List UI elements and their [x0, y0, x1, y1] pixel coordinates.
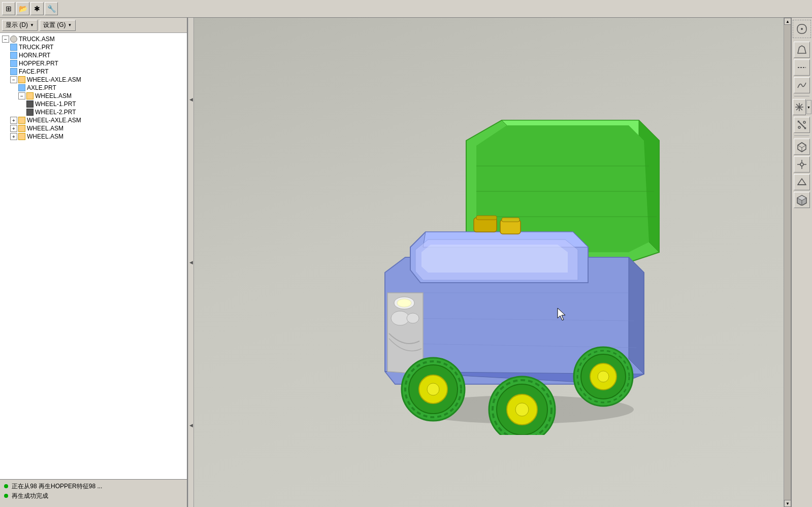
- hopper-prt-label: HOPPER.PRT: [19, 60, 58, 67]
- tree-item-face-prt[interactable]: FACE.PRT: [0, 67, 187, 76]
- svg-point-36: [798, 126, 800, 128]
- tree-item-axle-prt[interactable]: AXLE.PRT: [0, 84, 187, 92]
- asm-icon: [18, 117, 25, 124]
- toolbar-grid-btn[interactable]: ⊞: [2, 2, 15, 15]
- expand-icon[interactable]: +: [10, 133, 17, 140]
- tree-item-wheel-asm-3[interactable]: + WHEEL.ASM: [0, 132, 187, 141]
- wheel-asm-3-label: WHEEL.ASM: [27, 133, 63, 140]
- snap-rotate-icon: [795, 22, 809, 36]
- expand-icon[interactable]: −: [2, 36, 9, 43]
- origin-btn[interactable]: [794, 156, 810, 173]
- toolbar-folder-btn[interactable]: 📂: [16, 2, 29, 15]
- expand-icon[interactable]: −: [10, 76, 17, 83]
- wheel2-prt-label: WHEEL-2.PRT: [35, 109, 76, 116]
- part-icon: [18, 84, 25, 91]
- svg-point-26: [801, 28, 803, 30]
- svg-point-41: [800, 163, 803, 166]
- asm-icon: [18, 133, 25, 140]
- tree-item-wheel1-prt[interactable]: WHEEL-1.PRT: [0, 100, 187, 108]
- right-divider-2: [794, 136, 809, 136]
- right-divider-1: [794, 96, 809, 96]
- tree-item-truck-asm[interactable]: − TRUCK.ASM: [0, 35, 187, 43]
- cut-btn[interactable]: [794, 117, 810, 133]
- tree-item-hopper-prt[interactable]: HOPPER.PRT: [0, 59, 187, 67]
- tree-item-wheel2-prt[interactable]: WHEEL-2.PRT: [0, 108, 187, 116]
- asm-icon: [18, 125, 25, 132]
- part-dark-icon: [26, 100, 34, 108]
- status-text-1: 正在从98 再生HOPPER特征98 ...: [12, 483, 102, 490]
- svg-point-23: [515, 403, 529, 416]
- asm-root-circle-icon: [10, 36, 17, 43]
- viewport[interactable]: ▲ ▼: [194, 18, 791, 507]
- right-toolbar: ▼: [791, 18, 812, 507]
- svg-point-18: [598, 371, 609, 382]
- constraint-btn[interactable]: [793, 99, 806, 115]
- display-dropdown[interactable]: 显示 (D) ▼: [2, 20, 38, 31]
- svg-marker-39: [798, 143, 806, 148]
- horn-prt-label: HORN.PRT: [19, 52, 50, 59]
- left-toolbar: 显示 (D) ▼ 设置 (G) ▼: [0, 18, 187, 33]
- face-prt-label: FACE.PRT: [19, 68, 48, 75]
- expand-icon[interactable]: −: [18, 92, 25, 99]
- settings-arrow-icon: ▼: [68, 23, 72, 27]
- left-panel: 显示 (D) ▼ 设置 (G) ▼ − TRUCK.ASM TRUCK.PRT: [0, 18, 188, 507]
- toolbar-star-btn[interactable]: ✱: [30, 2, 44, 15]
- scroll-track[interactable]: [784, 25, 791, 500]
- splitter[interactable]: ◀ ◀ ◀: [188, 18, 194, 507]
- curve-btn[interactable]: [794, 77, 810, 93]
- splitter-arrow-3: ◀: [189, 423, 193, 428]
- tree-item-wheel-asm-1[interactable]: − WHEEL.ASM: [0, 92, 187, 100]
- tree-item-wheel-axle-asm-1[interactable]: − WHEEL-AXLE.ASM: [0, 76, 187, 84]
- status-bar: 正在从98 再生HOPPER特征98 ... 再生成功完成: [0, 479, 187, 507]
- svg-point-13: [427, 383, 439, 395]
- scroll-up-btn[interactable]: ▲: [784, 18, 791, 25]
- wheel-asm-1-label: WHEEL.ASM: [35, 92, 72, 99]
- wheel-front-left: [402, 358, 465, 421]
- wheel-front-right: [574, 347, 633, 406]
- svg-point-37: [803, 121, 805, 123]
- display-label: 显示 (D): [6, 21, 28, 29]
- tree-item-truck-prt[interactable]: TRUCK.PRT: [0, 43, 187, 51]
- svg-point-9: [397, 299, 411, 307]
- truck-asm-label: TRUCK.ASM: [19, 36, 55, 43]
- splitter-arrow-2: ◀: [189, 260, 193, 265]
- wheel-asm-2-label: WHEEL.ASM: [27, 125, 63, 132]
- tree-item-horn-prt[interactable]: HORN.PRT: [0, 51, 187, 59]
- asm-icon: [18, 76, 25, 83]
- asm-icon: [26, 92, 34, 99]
- scroll-down-btn[interactable]: ▼: [784, 500, 791, 507]
- svg-point-7: [407, 313, 419, 323]
- truck-3d-view: [344, 90, 700, 435]
- settings-dropdown[interactable]: 设置 (G) ▼: [40, 20, 76, 31]
- status-line-1: 正在从98 再生HOPPER特征98 ...: [4, 482, 183, 491]
- view-controls-icon: [793, 20, 811, 38]
- part-dark-icon: [26, 109, 34, 116]
- tree-item-wheel-axle-asm-2[interactable]: + WHEEL-AXLE.ASM: [0, 116, 187, 124]
- constraint-group: ▼: [793, 99, 811, 115]
- svg-marker-27: [798, 46, 806, 53]
- wheel-axle-asm-2-label: WHEEL-AXLE.ASM: [27, 117, 81, 124]
- display-arrow-icon: ▼: [30, 23, 34, 27]
- plane-btn[interactable]: [794, 42, 810, 58]
- expand-icon[interactable]: +: [10, 117, 17, 124]
- truck-prt-label: TRUCK.PRT: [19, 44, 53, 51]
- dash-line-btn[interactable]: [794, 59, 810, 76]
- main-toolbar: ⊞ 📂 ✱ 🔧: [0, 0, 812, 18]
- svg-line-33: [798, 121, 806, 129]
- expand-icon[interactable]: +: [10, 125, 17, 132]
- svg-rect-4: [476, 216, 497, 220]
- status-dot-2: [4, 494, 8, 498]
- axle-prt-label: AXLE.PRT: [27, 84, 56, 91]
- status-text-2: 再生成功完成: [12, 492, 48, 499]
- part-icon: [10, 60, 17, 67]
- toolbar-settings-btn[interactable]: 🔧: [45, 2, 58, 15]
- 3d-view-btn[interactable]: [794, 139, 810, 155]
- settings-label: 设置 (G): [43, 21, 66, 29]
- tree-item-wheel-asm-2[interactable]: + WHEEL.ASM: [0, 124, 187, 132]
- constraint-dropdown-arrow[interactable]: ▼: [806, 100, 811, 114]
- surface-btn[interactable]: [794, 174, 810, 190]
- viewport-scrollbar[interactable]: ▲ ▼: [784, 18, 791, 507]
- solid-btn[interactable]: [794, 192, 810, 208]
- model-tree[interactable]: − TRUCK.ASM TRUCK.PRT HORN.PRT HOPPER.PR…: [0, 33, 187, 479]
- wheel-rear-left: [489, 377, 555, 435]
